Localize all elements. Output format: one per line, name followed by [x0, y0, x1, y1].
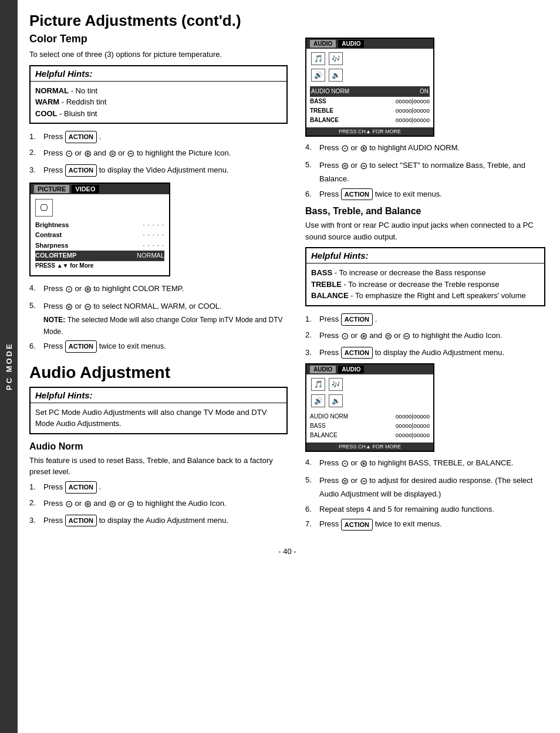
bass-row-bottom: BASS ooooo|ooooo	[310, 421, 430, 431]
audio-norm-right-steps: 4. Press ⊙ or ⊛ to highlight AUDIO NORM.…	[305, 141, 545, 200]
treble-row-top: TREBLE ooooo|ooooo	[310, 106, 430, 116]
audio-screen-bottom-rows: AUDIO NORM ooooo|ooooo BASS ooooo|ooooo …	[306, 410, 433, 442]
hint-balance: BALANCE - To emphasize the Right and Lef…	[311, 290, 539, 302]
audio-norm-bottom-row: AUDIO NORM ooooo|ooooo	[310, 412, 430, 421]
step-1: 1. Press ACTION .	[29, 131, 288, 143]
hint-bass: BASS - To increase or decrease the Bass …	[311, 267, 539, 279]
video-icon-area: 🖵	[35, 199, 164, 217]
audio-norm-steps: 1. Press ACTION . 2. Press ⊙ or ⊛ and ⊜ …	[29, 481, 288, 527]
action-btn-6: ACTION	[65, 340, 97, 353]
color-temp-intro: To select one of three (3) options for p…	[29, 49, 288, 60]
right-step-5: 5. Press ⊜ or ⊝ to select "SET" to norma…	[305, 159, 545, 185]
page: PC MODE Picture Adjustments (cont'd.) Co…	[0, 0, 560, 733]
main-content: Picture Adjustments (cont'd.) Color Temp…	[18, 0, 560, 733]
audio-norm-row: AUDIO NORM ON	[310, 86, 430, 97]
step-3: 3. Press ACTION to display the Video Adj…	[29, 164, 288, 177]
audio-bottom-icon-1: 🎵	[311, 378, 325, 391]
bass-treble-hint-title: Helpful Hints:	[306, 248, 544, 264]
color-temp-hint-title: Helpful Hints:	[31, 66, 286, 82]
action-btn-bt7: ACTION	[341, 519, 373, 531]
audio-screen-bottom: AUDIO AUDIO 🎵 🎶 🔊 🔉	[305, 363, 434, 452]
audio-screen-top-header: AUDIO AUDIO	[306, 39, 433, 49]
bt-step-4: 4. Press ⊙ or ⊛ to highlight BASS, TREBL…	[305, 457, 545, 471]
action-btn-1: ACTION	[65, 131, 97, 143]
audio-tab-inactive-bottom: AUDIO	[310, 366, 336, 373]
audio-hint-content: Set PC Mode Audio Adjustments will also …	[31, 403, 286, 433]
audio-norm-intro: This feature is used to reset Bass, Treb…	[29, 455, 288, 478]
audio-bottom-icon-2: 🎶	[329, 378, 343, 391]
step-2: 2. Press ⊙ or ⊛ and ⊜ or ⊝ to highlight …	[29, 147, 288, 161]
audio-hint-title: Helpful Hints:	[31, 388, 286, 403]
color-temp-steps-1-3: 1. Press ACTION . 2. Press ⊙ or ⊛ and ⊜ …	[29, 131, 288, 177]
bt-step-6: 6. Repeat steps 4 and 5 for remaining au…	[305, 504, 545, 515]
right-column: AUDIO AUDIO 🎵 🎶 🔊 🔉	[305, 33, 545, 535]
video-tab: VIDEO	[72, 185, 99, 193]
step-5: 5. Press ⊜ or ⊝ to select NORMAL, WARM, …	[29, 300, 288, 337]
bass-treble-steps-4-7: 4. Press ⊙ or ⊛ to highlight BASS, TREBL…	[305, 457, 545, 531]
video-icon: 🖵	[35, 199, 53, 217]
hint-warm: WARM - Reddish tint	[35, 96, 282, 108]
bass-treble-intro: Use with front or rear PC audio input ja…	[305, 219, 545, 242]
balance-row-bottom: BALANCE ooooo|ooooo	[310, 431, 430, 440]
audio-norm-step-1: 1. Press ACTION .	[29, 481, 288, 494]
more-row: PRESS ▲▼ for More	[35, 261, 164, 271]
audio-screen-top-rows: AUDIO NORM ON BASS ooooo|ooooo TREBLE oo…	[306, 84, 433, 127]
action-btn-3: ACTION	[65, 164, 97, 177]
bt-step-1: 1. Press ACTION .	[305, 313, 545, 326]
video-screen-header: PICTURE VIDEO	[31, 184, 169, 194]
audio-screen-bottom-header: AUDIO AUDIO	[306, 364, 433, 374]
audio-screen-bottom-footer: PRESS CH▲ FOR MORE	[306, 442, 433, 451]
audio-icons-row2: 🔊 🔉	[311, 69, 429, 82]
audio-screen-top-icons: 🎵 🎶 🔊 🔉	[306, 49, 433, 82]
right-step-4: 4. Press ⊙ or ⊛ to highlight AUDIO NORM.	[305, 141, 545, 156]
sidebar-label: PC MODE	[5, 343, 14, 391]
bass-treble-hint-box: Helpful Hints: BASS - To increase or dec…	[305, 247, 545, 306]
bt-step-3: 3. Press ACTION to display the Audio Adj…	[305, 347, 545, 359]
action-btn-r6: ACTION	[341, 188, 373, 201]
audio-norm-title: Audio Norm	[29, 441, 288, 452]
step-4: 4. Press ⊙ or ⊛ to highlight COLOR TEMP.	[29, 282, 288, 296]
left-column: Color Temp To select one of three (3) op…	[29, 33, 288, 535]
audio-icon-4: 🔉	[329, 69, 343, 82]
audio-adjustment-title: Audio Adjustment	[29, 363, 288, 382]
audio-hint-box: Helpful Hints: Set PC Mode Audio Adjustm…	[29, 387, 288, 434]
bt-step-7: 7. Press ACTION twice to exit menus.	[305, 518, 545, 531]
audio-screen-bottom-icons: 🎵 🎶 🔊 🔉	[306, 374, 433, 407]
action-btn-bt3: ACTION	[341, 347, 373, 359]
audio-screen-top: AUDIO AUDIO 🎵 🎶 🔊 🔉	[305, 38, 434, 137]
audio-icons-row: 🎵 🎶	[311, 52, 429, 65]
step-6: 6. Press ACTION twice to exit menus.	[29, 340, 288, 353]
audio-tab-active-bottom: AUDIO	[338, 366, 364, 373]
audio-tab-inactive-top: AUDIO	[310, 40, 336, 48]
color-temp-steps-4-6: 4. Press ⊙ or ⊛ to highlight COLOR TEMP.…	[29, 282, 288, 353]
main-title: Picture Adjustments (cont'd.)	[29, 12, 545, 30]
bass-treble-steps-1-3: 1. Press ACTION . 2. Press ⊙ or ⊛ and ⊜ …	[305, 313, 545, 359]
hint-normal: NORMAL - No tint	[35, 85, 282, 97]
sidebar: PC MODE	[0, 0, 18, 733]
audio-bottom-icon-3: 🔊	[311, 394, 325, 407]
audio-bottom-icons-row2: 🔊 🔉	[311, 394, 429, 407]
color-temp-hint-content: NORMAL - No tint WARM - Reddish tint COO…	[31, 82, 286, 123]
video-screen-rows: Brightness· · · · · Contrast· · · · · Sh…	[35, 220, 164, 271]
action-btn-an1: ACTION	[65, 481, 97, 494]
right-step-6: 6. Press ACTION twice to exit menus.	[305, 188, 545, 201]
action-btn-bt1: ACTION	[341, 313, 373, 326]
bass-row-top: BASS ooooo|ooooo	[310, 97, 430, 106]
video-screen-body: 🖵 Brightness· · · · · Contrast· · · · · …	[31, 194, 169, 275]
colortemp-row: COLORTEMPNORMAL	[35, 251, 164, 261]
color-temp-title: Color Temp	[29, 33, 288, 45]
bt-step-2: 2. Press ⊙ or ⊛ and ⊜ or ⊝ to highlight …	[305, 329, 545, 343]
hint-treble: TREBLE - To increase or decrease the Tre…	[311, 279, 539, 291]
bass-treble-hint-content: BASS - To increase or decrease the Bass …	[306, 264, 544, 305]
bass-treble-title: Bass, Treble, and Balance	[305, 206, 545, 217]
audio-norm-step-2: 2. Press ⊙ or ⊛ and ⊜ or ⊝ to highlight …	[29, 497, 288, 511]
audio-bottom-icons-row: 🎵 🎶	[311, 378, 429, 391]
audio-screen-top-footer: PRESS CH▲ FOR MORE	[306, 127, 433, 136]
sharpness-row: Sharpness· · · · ·	[35, 241, 164, 251]
picture-tab: PICTURE	[34, 185, 69, 193]
action-btn-an3: ACTION	[65, 515, 97, 527]
hint-cool: COOL - Bluish tint	[35, 108, 282, 120]
audio-tab-active-top: AUDIO	[338, 40, 364, 48]
video-screen: PICTURE VIDEO 🖵 Brightness· · · · ·	[29, 183, 170, 276]
balance-row-top: BALANCE ooooo|ooooo	[310, 116, 430, 125]
